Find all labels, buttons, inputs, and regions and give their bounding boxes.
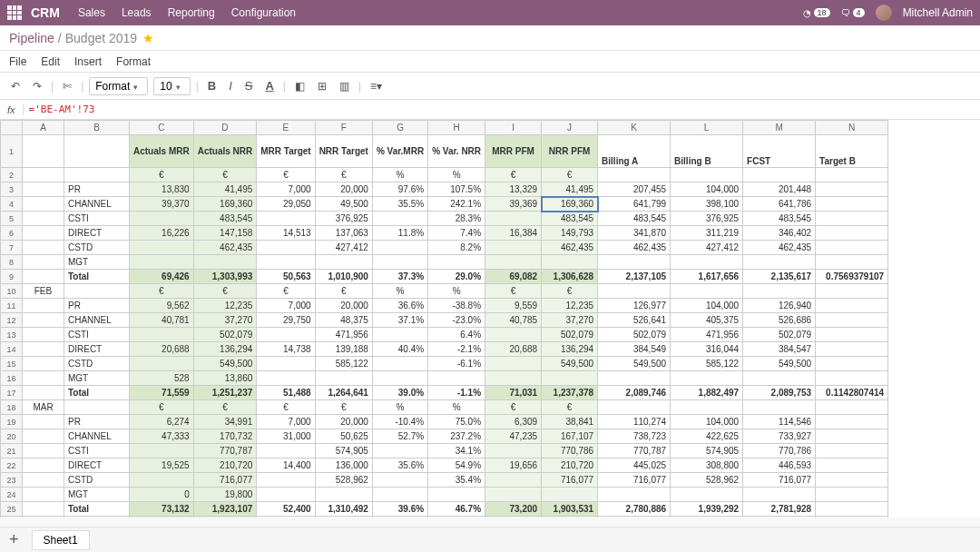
cell[interactable]: 770,787 bbox=[193, 444, 257, 458]
cell[interactable]: 40,785 bbox=[485, 313, 542, 328]
cell[interactable] bbox=[485, 444, 542, 458]
cell[interactable]: 50,625 bbox=[315, 429, 372, 444]
cell[interactable] bbox=[23, 415, 64, 429]
cell[interactable]: 308,800 bbox=[671, 458, 743, 473]
menu-insert[interactable]: Insert bbox=[74, 55, 102, 68]
cell[interactable]: 137,063 bbox=[315, 226, 372, 241]
cell[interactable] bbox=[743, 284, 816, 299]
cell[interactable]: 136,294 bbox=[193, 342, 257, 357]
cell[interactable]: 37,270 bbox=[193, 313, 257, 328]
cell[interactable] bbox=[598, 517, 671, 518]
menu-format[interactable]: Format bbox=[116, 55, 151, 68]
cell[interactable] bbox=[257, 488, 315, 502]
cell[interactable]: € bbox=[193, 517, 257, 518]
cell[interactable]: 170,732 bbox=[193, 429, 257, 444]
cell[interactable]: 97.6% bbox=[372, 182, 427, 197]
cell[interactable] bbox=[816, 458, 888, 473]
cell[interactable]: 526,641 bbox=[598, 313, 671, 328]
cell[interactable] bbox=[816, 502, 888, 517]
cell[interactable]: 41,495 bbox=[542, 182, 598, 197]
cell[interactable]: 126,940 bbox=[743, 299, 816, 313]
cell[interactable] bbox=[743, 488, 816, 502]
cell[interactable] bbox=[671, 488, 743, 502]
user-name[interactable]: Mitchell Admin bbox=[903, 6, 973, 19]
cell[interactable] bbox=[743, 168, 816, 182]
cell[interactable]: 39,369 bbox=[485, 197, 542, 212]
cell[interactable]: 1,310,492 bbox=[315, 502, 372, 517]
cell[interactable]: 549,500 bbox=[542, 357, 598, 371]
cell[interactable]: 110,274 bbox=[598, 415, 671, 429]
cell[interactable]: 52.7% bbox=[372, 429, 427, 444]
cell[interactable]: 462,435 bbox=[598, 241, 671, 255]
cell[interactable]: 1,903,531 bbox=[542, 502, 598, 517]
cell[interactable]: 445,025 bbox=[598, 458, 671, 473]
cell[interactable]: 136,000 bbox=[315, 458, 372, 473]
cell[interactable] bbox=[372, 444, 427, 458]
cell[interactable]: 716,077 bbox=[542, 473, 598, 488]
cell[interactable]: 462,435 bbox=[743, 241, 816, 255]
cell[interactable]: 6,274 bbox=[130, 415, 194, 429]
cell[interactable] bbox=[816, 357, 888, 371]
cell[interactable] bbox=[23, 197, 64, 212]
avatar[interactable] bbox=[876, 5, 892, 21]
cell[interactable]: 36.6% bbox=[372, 299, 427, 313]
cell[interactable] bbox=[130, 241, 194, 255]
cell[interactable] bbox=[315, 371, 372, 386]
cell[interactable] bbox=[816, 284, 888, 299]
cut-icon[interactable]: ✄ bbox=[59, 78, 75, 94]
cell[interactable]: 136,294 bbox=[542, 342, 598, 357]
cell[interactable] bbox=[485, 241, 542, 255]
cell[interactable]: 29,750 bbox=[257, 313, 315, 328]
cell[interactable]: € bbox=[130, 517, 194, 518]
cell[interactable] bbox=[816, 197, 888, 212]
cell[interactable]: 126,977 bbox=[598, 299, 671, 313]
cell[interactable] bbox=[372, 328, 427, 342]
cell[interactable]: € bbox=[257, 517, 315, 518]
cell[interactable]: -23.0% bbox=[428, 313, 485, 328]
cell[interactable]: 1,617,656 bbox=[671, 270, 743, 284]
cell[interactable]: 73,132 bbox=[130, 502, 194, 517]
merge-icon[interactable]: ▥ bbox=[336, 78, 353, 94]
cell[interactable]: 69,426 bbox=[130, 270, 194, 284]
cell[interactable]: 20,000 bbox=[315, 182, 372, 197]
cell[interactable]: 585,122 bbox=[315, 357, 372, 371]
cell[interactable]: 69,082 bbox=[485, 270, 542, 284]
cell[interactable]: CSTI bbox=[64, 444, 130, 458]
cell[interactable] bbox=[23, 270, 64, 284]
cell[interactable] bbox=[485, 473, 542, 488]
cell[interactable]: 49,500 bbox=[315, 197, 372, 212]
cell[interactable]: 20,688 bbox=[485, 342, 542, 357]
cell[interactable] bbox=[485, 212, 542, 226]
cell[interactable]: 0.1142807414 bbox=[816, 386, 888, 400]
cell[interactable]: 242.1% bbox=[428, 197, 485, 212]
cell[interactable] bbox=[816, 473, 888, 488]
cell[interactable] bbox=[315, 488, 372, 502]
cell[interactable]: 0 bbox=[130, 488, 194, 502]
cell[interactable]: PR bbox=[64, 299, 130, 313]
cell[interactable] bbox=[816, 400, 888, 415]
cell[interactable] bbox=[64, 168, 130, 182]
cell[interactable]: -2.1% bbox=[428, 342, 485, 357]
cell[interactable]: 316,044 bbox=[671, 342, 743, 357]
cell[interactable] bbox=[64, 400, 130, 415]
cell[interactable]: € bbox=[542, 517, 598, 518]
cell[interactable]: 12,235 bbox=[193, 299, 257, 313]
cell[interactable]: 52,400 bbox=[257, 502, 315, 517]
cell[interactable]: 574,905 bbox=[315, 444, 372, 458]
cell[interactable]: 446,593 bbox=[743, 458, 816, 473]
cell[interactable] bbox=[598, 488, 671, 502]
cell[interactable]: € bbox=[542, 400, 598, 415]
cell[interactable] bbox=[816, 313, 888, 328]
cell[interactable]: 19,656 bbox=[485, 458, 542, 473]
cell[interactable]: APR bbox=[23, 517, 64, 518]
cell[interactable]: € bbox=[542, 168, 598, 182]
cell[interactable]: 549,500 bbox=[193, 357, 257, 371]
cell[interactable]: 149,793 bbox=[542, 226, 598, 241]
cell[interactable]: 50,563 bbox=[257, 270, 315, 284]
cell[interactable] bbox=[257, 241, 315, 255]
cell[interactable] bbox=[428, 488, 485, 502]
cell[interactable] bbox=[23, 444, 64, 458]
favorite-star-icon[interactable]: ★ bbox=[142, 31, 154, 45]
cell[interactable] bbox=[816, 444, 888, 458]
cell[interactable]: 41,495 bbox=[193, 182, 257, 197]
